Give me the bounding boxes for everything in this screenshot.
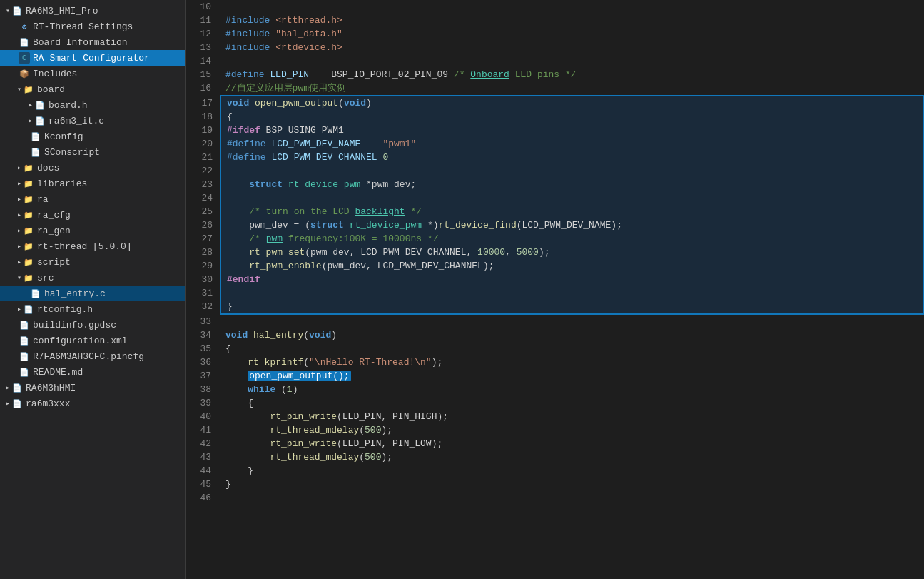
- line-number: 44: [186, 464, 220, 478]
- folder-icon: 📁: [23, 162, 34, 173]
- sidebar-item-libraries[interactable]: 📁 libraries: [0, 176, 185, 191]
- sidebar-item-rtconfig-h[interactable]: 📄 rtconfig.h: [0, 301, 185, 317]
- sidebar-item-board-h[interactable]: 📄 board.h: [0, 97, 185, 113]
- sidebar-label: ra_gen: [37, 226, 71, 236]
- sidebar-item-rt-thread-settings[interactable]: ⚙ RT-Thread Settings: [0, 19, 185, 34]
- line-number: 23: [187, 178, 221, 191]
- sidebar-item-ra6m3hmi[interactable]: 📄 RA6M3hHMI: [0, 380, 185, 396]
- sidebar-item-buildinfo[interactable]: 📄 buildinfo.gpdsc: [0, 317, 185, 333]
- line-number: 36: [186, 356, 220, 369]
- code-line: 10: [186, 0, 924, 14]
- sidebar-item-ra-smart-configurator[interactable]: C RA Smart Configurator: [0, 50, 185, 66]
- code-line: 29 rt_pwm_enable(pwm_dev, LCD_PWM_DEV_CH…: [221, 259, 923, 273]
- code-line: 39 {: [186, 396, 924, 410]
- sidebar-item-ra-cfg[interactable]: 📁 ra_cfg: [0, 207, 185, 223]
- line-number: 15: [186, 68, 220, 81]
- file-icon: 📄: [34, 115, 46, 126]
- line-content: rt_thread_mdelay(500);: [220, 423, 924, 437]
- line-content: rt_kprintf("\nHello RT-Thread!\n");: [220, 356, 924, 369]
- code-line: 25 /* turn on the LCD backlight */: [221, 205, 923, 218]
- sidebar-label: RA Smart Configurator: [33, 53, 150, 64]
- code-line: 43 rt_thread_mdelay(500);: [186, 450, 924, 464]
- code-line: 36 rt_kprintf("\nHello RT-Thread!\n");: [186, 356, 924, 369]
- line-number: 31: [187, 286, 221, 300]
- sidebar-item-hal-entry-c[interactable]: 📄 hal_entry.c: [0, 286, 185, 301]
- code-line: 15 #define LED_PIN BSP_IO_PORT_02_PIN_09…: [186, 68, 924, 81]
- sidebar-label: rt-thread [5.0.0]: [37, 241, 132, 252]
- folder-icon: 📁: [23, 256, 34, 268]
- line-number: 46: [186, 491, 220, 505]
- line-content: #ifdef BSP_USING_PWM1: [221, 124, 923, 137]
- sidebar-label: ra: [37, 194, 49, 205]
- code-line: 14: [186, 54, 924, 68]
- code-line: 42 rt_pin_write(LED_PIN, PIN_LOW);: [186, 437, 924, 450]
- line-content: /* turn on the LCD backlight */: [221, 205, 923, 218]
- line-number: 35: [186, 342, 220, 356]
- line-number: 21: [187, 151, 221, 164]
- sidebar-item-docs[interactable]: 📁 docs: [0, 160, 185, 176]
- code-line: 30 #endif: [221, 273, 923, 286]
- line-number: 32: [187, 300, 221, 313]
- folder-icon: 📁: [23, 84, 34, 95]
- code-content: 10 11 #include <rtthread.h> 12 #include …: [186, 0, 924, 505]
- sidebar-item-includes[interactable]: 📦 Includes: [0, 66, 185, 81]
- line-content: #define LCD_PWM_DEV_NAME "pwm1": [221, 137, 923, 151]
- code-line: 37 open_pwm_output();: [186, 369, 924, 383]
- line-content: open_pwm_output();: [220, 369, 924, 383]
- sidebar-item-ra6m3-it-c[interactable]: 📄 ra6m3_it.c: [0, 113, 185, 129]
- line-number: 14: [186, 54, 220, 68]
- arrow-icon: [6, 6, 10, 15]
- line-number: 40: [186, 410, 220, 423]
- line-content: #include "hal_data.h": [220, 27, 924, 41]
- settings-icon: ⚙: [19, 21, 30, 32]
- code-line: 19 #ifdef BSP_USING_PWM1: [221, 124, 923, 137]
- code-line: 18 {: [221, 110, 923, 124]
- file-icon: 📄: [19, 351, 30, 362]
- sidebar-item-project-root[interactable]: 📄 RA6M3_HMI_Pro: [0, 3, 185, 19]
- sidebar-item-ra-gen[interactable]: 📁 ra_gen: [0, 223, 185, 238]
- sidebar-label: R7FA6M3AH3CFC.pincfg: [33, 351, 144, 362]
- sidebar-label: RA6M3hHMI: [26, 383, 76, 393]
- code-line: 11 #include <rtthread.h>: [186, 14, 924, 27]
- folder-icon: 📁: [23, 209, 34, 221]
- sidebar-item-kconfig[interactable]: 📄 Kconfig: [0, 129, 185, 144]
- line-content: rt_pin_write(LED_PIN, PIN_HIGH);: [220, 410, 924, 423]
- sidebar-item-board-folder[interactable]: 📁 board: [0, 81, 185, 97]
- line-content: }: [220, 478, 924, 491]
- arrow-icon: [17, 211, 21, 219]
- arrow-icon: [29, 116, 33, 125]
- arrow-icon: [17, 305, 21, 313]
- sidebar-label: hal_entry.c: [44, 288, 106, 299]
- sidebar-item-script[interactable]: 📁 script: [0, 254, 185, 270]
- sidebar-item-configuration-xml[interactable]: 📄 configuration.xml: [0, 333, 185, 348]
- code-editor[interactable]: 10 11 #include <rtthread.h> 12 #include …: [186, 0, 924, 579]
- arrow-icon: [6, 399, 10, 408]
- sidebar-item-rt-thread[interactable]: 📁 rt-thread [5.0.0]: [0, 238, 185, 254]
- line-number: 18: [187, 110, 221, 124]
- sidebar-label: docs: [37, 163, 59, 173]
- sidebar-item-sconscript[interactable]: 📄 SConscript: [0, 144, 185, 160]
- sidebar-item-pincfg[interactable]: 📄 R7FA6M3AH3CFC.pincfg: [0, 348, 185, 364]
- sidebar-item-src[interactable]: 📁 src: [0, 270, 185, 286]
- sidebar-label: ra6m3xxx: [26, 398, 70, 409]
- line-number: 41: [186, 423, 220, 437]
- code-line: 31: [221, 286, 923, 300]
- file-icon: 📄: [30, 131, 41, 142]
- sidebar-item-board-information[interactable]: 📄 Board Information: [0, 34, 185, 50]
- code-line: 38 while (1): [186, 383, 924, 396]
- sidebar-item-ra[interactable]: 📁 ra: [0, 191, 185, 207]
- line-content: }: [220, 464, 924, 478]
- arrow-icon: [17, 163, 21, 172]
- sidebar-label: board.h: [49, 100, 88, 111]
- sidebar-item-ra6m3xxx[interactable]: 📄 ra6m3xxx: [0, 396, 185, 411]
- line-content: #include <rtthread.h>: [220, 14, 924, 27]
- sidebar-item-readme[interactable]: 📄 README.md: [0, 364, 185, 380]
- line-number: 26: [187, 218, 221, 232]
- line-content: struct rt_device_pwm *pwm_dev;: [221, 178, 923, 191]
- includes-icon: 📦: [19, 68, 30, 79]
- line-number: 33: [186, 315, 220, 328]
- board-icon: 📄: [19, 36, 30, 48]
- line-number: 43: [186, 450, 220, 464]
- code-line: 13 #include <rtdevice.h>: [186, 41, 924, 54]
- line-content: pwm_dev = (struct rt_device_pwm *)rt_dev…: [221, 218, 923, 232]
